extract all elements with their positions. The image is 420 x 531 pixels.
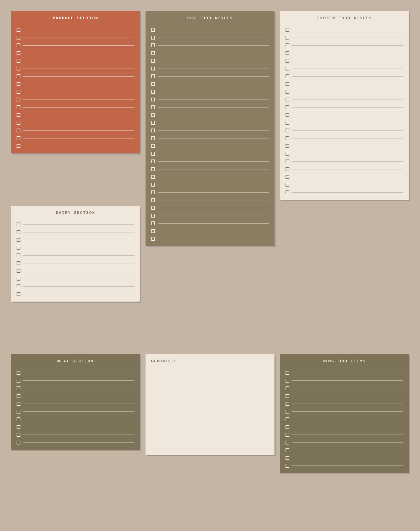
checkbox[interactable] [286, 59, 289, 63]
checkbox[interactable] [17, 402, 20, 406]
checkbox[interactable] [286, 113, 289, 117]
checkbox[interactable] [286, 456, 289, 460]
checkbox[interactable] [17, 238, 20, 242]
checkbox[interactable] [151, 36, 155, 40]
checkbox[interactable] [17, 43, 20, 47]
checkbox[interactable] [17, 36, 20, 40]
checkbox[interactable] [286, 394, 289, 398]
checkbox[interactable] [17, 394, 20, 398]
checkbox[interactable] [286, 425, 289, 429]
checkbox[interactable] [17, 253, 20, 257]
checkbox[interactable] [286, 183, 289, 187]
checkbox[interactable] [286, 441, 289, 444]
checkbox[interactable] [151, 59, 155, 63]
checkbox[interactable] [151, 190, 155, 194]
checkbox[interactable] [17, 105, 20, 109]
checkbox[interactable] [151, 221, 155, 225]
checkbox[interactable] [17, 144, 20, 148]
checkbox[interactable] [17, 51, 20, 55]
checkbox[interactable] [17, 277, 20, 281]
checkbox[interactable] [286, 98, 289, 101]
checkbox[interactable] [286, 36, 289, 40]
checkbox[interactable] [151, 121, 155, 125]
checkbox[interactable] [151, 183, 155, 187]
checkbox[interactable] [17, 441, 20, 444]
checkbox[interactable] [151, 229, 155, 233]
checkbox[interactable] [151, 67, 155, 70]
checkbox[interactable] [286, 129, 289, 132]
checkbox[interactable] [151, 237, 155, 241]
checkbox[interactable] [17, 59, 20, 63]
checkbox[interactable] [17, 292, 20, 296]
checkbox[interactable] [17, 67, 20, 70]
checkbox[interactable] [286, 371, 289, 375]
checkbox[interactable] [17, 433, 20, 437]
checkbox[interactable] [17, 129, 20, 132]
checkbox[interactable] [151, 74, 155, 78]
checkbox[interactable] [17, 386, 20, 390]
checkbox[interactable] [151, 82, 155, 86]
checkbox[interactable] [286, 28, 289, 32]
checkbox[interactable] [286, 67, 289, 70]
reminder-body[interactable] [146, 368, 274, 455]
checkbox[interactable] [286, 43, 289, 47]
checkbox[interactable] [286, 433, 289, 437]
checkbox[interactable] [286, 402, 289, 406]
checkbox[interactable] [286, 121, 289, 125]
checkbox[interactable] [151, 198, 155, 202]
checkbox[interactable] [286, 464, 289, 468]
checkbox[interactable] [286, 448, 289, 452]
checkbox[interactable] [151, 129, 155, 132]
checkbox[interactable] [151, 43, 155, 47]
checkbox[interactable] [151, 152, 155, 156]
checkbox[interactable] [17, 417, 20, 421]
checkbox[interactable] [17, 261, 20, 265]
checkbox[interactable] [17, 98, 20, 101]
checkbox[interactable] [151, 136, 155, 140]
checkbox[interactable] [17, 223, 20, 226]
reminder-textarea[interactable] [151, 371, 269, 448]
checkbox[interactable] [286, 167, 289, 171]
checkbox[interactable] [286, 144, 289, 148]
checkbox[interactable] [17, 230, 20, 234]
checkbox[interactable] [286, 152, 289, 156]
checkbox[interactable] [286, 74, 289, 78]
checkbox[interactable] [17, 90, 20, 94]
checkbox[interactable] [17, 425, 20, 429]
checkbox[interactable] [17, 74, 20, 78]
checkbox[interactable] [286, 386, 289, 390]
checkbox[interactable] [151, 113, 155, 117]
checkbox[interactable] [151, 144, 155, 148]
checkbox[interactable] [151, 206, 155, 210]
checkbox[interactable] [286, 410, 289, 414]
checkbox[interactable] [286, 105, 289, 109]
checkbox[interactable] [17, 410, 20, 414]
checkbox[interactable] [17, 28, 20, 32]
checkbox[interactable] [17, 269, 20, 273]
checkbox[interactable] [151, 28, 155, 32]
checkbox[interactable] [17, 379, 20, 383]
checkbox[interactable] [151, 214, 155, 218]
checkbox[interactable] [17, 284, 20, 288]
checkbox[interactable] [17, 371, 20, 375]
checkbox[interactable] [151, 175, 155, 179]
checkbox[interactable] [286, 90, 289, 94]
checkbox[interactable] [17, 113, 20, 117]
checkbox[interactable] [151, 51, 155, 55]
checkbox[interactable] [286, 417, 289, 421]
checkbox[interactable] [17, 121, 20, 125]
checkbox[interactable] [17, 246, 20, 250]
checkbox[interactable] [151, 90, 155, 94]
checkbox[interactable] [286, 379, 289, 383]
checkbox[interactable] [286, 159, 289, 163]
checkbox[interactable] [286, 51, 289, 55]
checkbox[interactable] [286, 136, 289, 140]
checkbox[interactable] [151, 105, 155, 109]
checkbox[interactable] [17, 82, 20, 86]
checkbox[interactable] [286, 190, 289, 194]
checkbox[interactable] [151, 167, 155, 171]
checkbox[interactable] [286, 82, 289, 86]
checkbox[interactable] [151, 159, 155, 163]
checkbox[interactable] [286, 175, 289, 179]
checkbox[interactable] [17, 136, 20, 140]
